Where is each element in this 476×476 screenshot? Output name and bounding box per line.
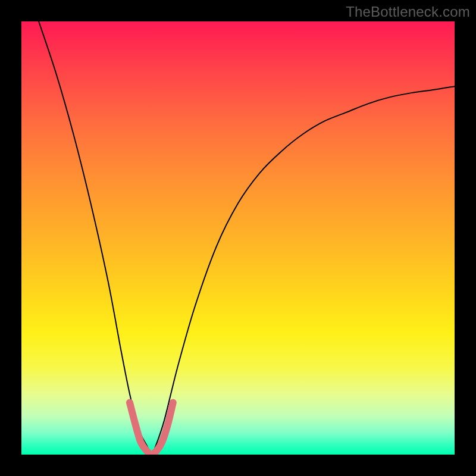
- curve-layer: [21, 21, 455, 455]
- watermark-text: TheBottleneck.com: [346, 4, 470, 20]
- bottleneck-curve: [39, 21, 455, 455]
- plot-area: [21, 21, 455, 455]
- chart-frame: TheBottleneck.com: [0, 0, 476, 476]
